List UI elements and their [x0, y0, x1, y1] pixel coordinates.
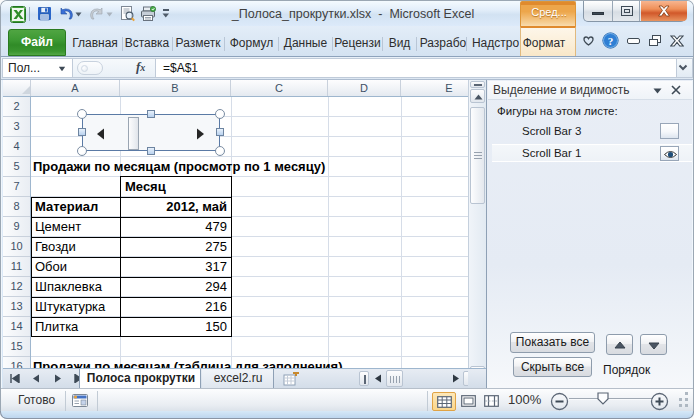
svg-text:?: ? [608, 35, 614, 47]
